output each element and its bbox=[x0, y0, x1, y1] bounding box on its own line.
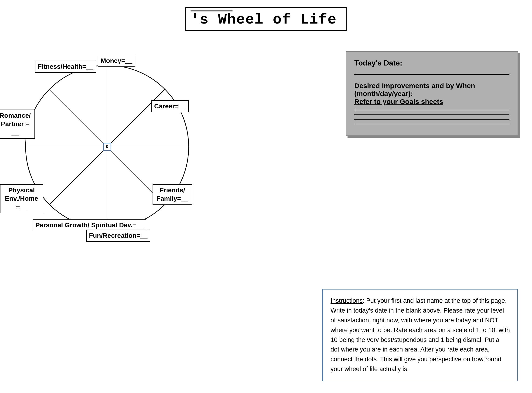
friends-label: Friends/ Family=__ bbox=[153, 184, 192, 205]
money-label: Money=__ bbox=[98, 55, 135, 67]
gray-box: Today's Date: Desired Improvements and b… bbox=[346, 51, 518, 136]
wheel-area: 0 Fitness/Health=__ Money=__ Career=__ R… bbox=[14, 47, 200, 233]
career-label: Career=__ bbox=[151, 100, 189, 112]
line-4 bbox=[354, 124, 509, 124]
fun-label: Fun/Recreation=__ bbox=[86, 230, 150, 242]
desired-improvements-label: Desired Improvements and by When (month/… bbox=[354, 82, 509, 106]
svg-text:0: 0 bbox=[106, 144, 108, 149]
instructions-rest: and NOT where you want to be. Rate each … bbox=[330, 317, 510, 373]
line-1 bbox=[354, 110, 509, 110]
physical-label: Physical Env./Home =__ bbox=[0, 184, 43, 213]
line-2 bbox=[354, 114, 509, 115]
date-line bbox=[354, 74, 509, 75]
instructions-box: Instructions: Put your first and last na… bbox=[322, 289, 518, 381]
page-title: 's Wheel of Life bbox=[191, 11, 337, 28]
fitness-label: Fitness/Health=__ bbox=[35, 61, 96, 73]
instructions-title: Instructions bbox=[330, 297, 363, 304]
instructions-text: Instructions: Put your first and last na… bbox=[330, 296, 510, 374]
goals-text: Refer to your Goals sheets bbox=[354, 98, 443, 105]
right-panel: Today's Date: Desired Improvements and b… bbox=[346, 51, 518, 136]
romance-label: Romance/ Partner = __ bbox=[0, 110, 35, 139]
todays-date-label: Today's Date: bbox=[354, 59, 509, 67]
instructions-underline-phrase: where you are today bbox=[414, 317, 471, 324]
line-3 bbox=[354, 119, 509, 120]
title-box: 's Wheel of Life bbox=[185, 7, 347, 31]
